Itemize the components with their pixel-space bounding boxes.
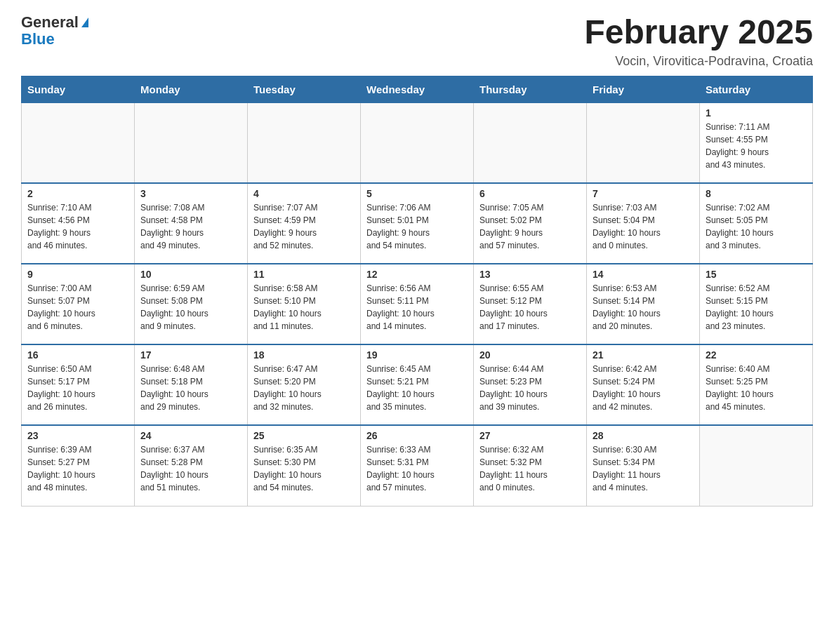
- day-number: 6: [479, 188, 581, 199]
- page-header: General Blue February 2025 Vocin, Virovi…: [21, 14, 813, 69]
- calendar-cell: 20Sunrise: 6:44 AM Sunset: 5:23 PM Dayli…: [474, 344, 587, 425]
- week-row-5: 23Sunrise: 6:39 AM Sunset: 5:27 PM Dayli…: [22, 425, 813, 506]
- weekday-header-friday: Friday: [587, 76, 700, 102]
- day-info: Sunrise: 6:32 AM Sunset: 5:32 PM Dayligh…: [479, 443, 581, 494]
- day-number: 18: [253, 349, 355, 361]
- calendar-cell: 27Sunrise: 6:32 AM Sunset: 5:32 PM Dayli…: [474, 425, 587, 506]
- day-number: 12: [366, 269, 468, 280]
- day-number: 11: [253, 269, 355, 280]
- day-info: Sunrise: 6:45 AM Sunset: 5:21 PM Dayligh…: [366, 363, 468, 413]
- day-number: 28: [593, 430, 694, 441]
- calendar-cell: 9Sunrise: 7:00 AM Sunset: 5:07 PM Daylig…: [22, 264, 135, 344]
- week-row-2: 2Sunrise: 7:10 AM Sunset: 4:56 PM Daylig…: [22, 183, 813, 264]
- day-info: Sunrise: 6:50 AM Sunset: 5:17 PM Dayligh…: [27, 363, 128, 413]
- day-info: Sunrise: 6:37 AM Sunset: 5:28 PM Dayligh…: [140, 443, 241, 494]
- day-info: Sunrise: 6:47 AM Sunset: 5:20 PM Dayligh…: [253, 363, 355, 413]
- day-number: 8: [706, 188, 807, 199]
- calendar-cell: [700, 425, 813, 506]
- calendar-cell: 24Sunrise: 6:37 AM Sunset: 5:28 PM Dayli…: [135, 425, 248, 506]
- week-row-3: 9Sunrise: 7:00 AM Sunset: 5:07 PM Daylig…: [22, 264, 813, 344]
- day-number: 16: [27, 349, 128, 361]
- day-number: 14: [593, 269, 694, 280]
- location-subtitle: Vocin, Virovitica-Podravina, Croatia: [584, 54, 813, 69]
- day-number: 25: [253, 430, 355, 441]
- calendar-cell: 26Sunrise: 6:33 AM Sunset: 5:31 PM Dayli…: [361, 425, 474, 506]
- calendar-cell: 14Sunrise: 6:53 AM Sunset: 5:14 PM Dayli…: [587, 264, 700, 344]
- day-info: Sunrise: 7:10 AM Sunset: 4:56 PM Dayligh…: [27, 201, 128, 252]
- day-info: Sunrise: 6:39 AM Sunset: 5:27 PM Dayligh…: [27, 443, 128, 494]
- logo-triangle-icon: [81, 18, 88, 27]
- day-number: 4: [253, 188, 355, 199]
- day-info: Sunrise: 6:44 AM Sunset: 5:23 PM Dayligh…: [479, 363, 581, 413]
- weekday-header-sunday: Sunday: [22, 76, 135, 102]
- calendar-cell: [22, 102, 135, 183]
- day-info: Sunrise: 6:56 AM Sunset: 5:11 PM Dayligh…: [366, 282, 468, 333]
- day-number: 22: [706, 349, 807, 361]
- day-info: Sunrise: 6:42 AM Sunset: 5:24 PM Dayligh…: [593, 363, 694, 413]
- calendar-cell: [361, 102, 474, 183]
- day-info: Sunrise: 7:00 AM Sunset: 5:07 PM Dayligh…: [27, 282, 128, 333]
- day-info: Sunrise: 6:33 AM Sunset: 5:31 PM Dayligh…: [366, 443, 468, 494]
- calendar-cell: 15Sunrise: 6:52 AM Sunset: 5:15 PM Dayli…: [700, 264, 813, 344]
- weekday-header-wednesday: Wednesday: [361, 76, 474, 102]
- day-info: Sunrise: 7:03 AM Sunset: 5:04 PM Dayligh…: [593, 201, 694, 252]
- day-number: 26: [366, 430, 468, 441]
- logo: General Blue: [21, 14, 88, 48]
- calendar-cell: 2Sunrise: 7:10 AM Sunset: 4:56 PM Daylig…: [22, 183, 135, 264]
- day-number: 15: [706, 269, 807, 280]
- day-number: 21: [593, 349, 694, 361]
- day-number: 19: [366, 349, 468, 361]
- day-info: Sunrise: 6:35 AM Sunset: 5:30 PM Dayligh…: [253, 443, 355, 494]
- calendar-cell: [248, 102, 361, 183]
- title-section: February 2025 Vocin, Virovitica-Podravin…: [584, 14, 813, 69]
- week-row-4: 16Sunrise: 6:50 AM Sunset: 5:17 PM Dayli…: [22, 344, 813, 425]
- weekday-header-tuesday: Tuesday: [248, 76, 361, 102]
- day-number: 17: [140, 349, 241, 361]
- calendar-cell: 25Sunrise: 6:35 AM Sunset: 5:30 PM Dayli…: [248, 425, 361, 506]
- day-number: 24: [140, 430, 241, 441]
- calendar-cell: 1Sunrise: 7:11 AM Sunset: 4:55 PM Daylig…: [700, 102, 813, 183]
- calendar-cell: 12Sunrise: 6:56 AM Sunset: 5:11 PM Dayli…: [361, 264, 474, 344]
- weekday-header-monday: Monday: [135, 76, 248, 102]
- calendar-cell: 16Sunrise: 6:50 AM Sunset: 5:17 PM Dayli…: [22, 344, 135, 425]
- day-info: Sunrise: 7:07 AM Sunset: 4:59 PM Dayligh…: [253, 201, 355, 252]
- calendar-cell: 13Sunrise: 6:55 AM Sunset: 5:12 PM Dayli…: [474, 264, 587, 344]
- calendar-cell: [474, 102, 587, 183]
- calendar-table: SundayMondayTuesdayWednesdayThursdayFrid…: [21, 76, 813, 507]
- day-number: 2: [27, 188, 128, 199]
- day-number: 13: [479, 269, 581, 280]
- day-info: Sunrise: 6:40 AM Sunset: 5:25 PM Dayligh…: [706, 363, 807, 413]
- day-number: 27: [479, 430, 581, 441]
- logo-general-text: General: [21, 14, 79, 31]
- day-info: Sunrise: 7:08 AM Sunset: 4:58 PM Dayligh…: [140, 201, 241, 252]
- day-number: 20: [479, 349, 581, 361]
- day-number: 1: [706, 107, 807, 119]
- calendar-cell: 6Sunrise: 7:05 AM Sunset: 5:02 PM Daylig…: [474, 183, 587, 264]
- day-number: 5: [366, 188, 468, 199]
- weekday-header-saturday: Saturday: [700, 76, 813, 102]
- day-info: Sunrise: 6:53 AM Sunset: 5:14 PM Dayligh…: [593, 282, 694, 333]
- weekday-header-row: SundayMondayTuesdayWednesdayThursdayFrid…: [22, 76, 813, 102]
- calendar-cell: 7Sunrise: 7:03 AM Sunset: 5:04 PM Daylig…: [587, 183, 700, 264]
- calendar-cell: 23Sunrise: 6:39 AM Sunset: 5:27 PM Dayli…: [22, 425, 135, 506]
- day-info: Sunrise: 6:55 AM Sunset: 5:12 PM Dayligh…: [479, 282, 581, 333]
- weekday-header-thursday: Thursday: [474, 76, 587, 102]
- calendar-cell: 28Sunrise: 6:30 AM Sunset: 5:34 PM Dayli…: [587, 425, 700, 506]
- day-info: Sunrise: 6:59 AM Sunset: 5:08 PM Dayligh…: [140, 282, 241, 333]
- day-number: 7: [593, 188, 694, 199]
- day-info: Sunrise: 7:02 AM Sunset: 5:05 PM Dayligh…: [706, 201, 807, 252]
- day-number: 9: [27, 269, 128, 280]
- calendar-cell: [135, 102, 248, 183]
- month-title: February 2025: [584, 14, 813, 51]
- day-info: Sunrise: 7:11 AM Sunset: 4:55 PM Dayligh…: [706, 121, 807, 171]
- week-row-1: 1Sunrise: 7:11 AM Sunset: 4:55 PM Daylig…: [22, 102, 813, 183]
- calendar-cell: [587, 102, 700, 183]
- calendar-cell: 11Sunrise: 6:58 AM Sunset: 5:10 PM Dayli…: [248, 264, 361, 344]
- day-info: Sunrise: 7:06 AM Sunset: 5:01 PM Dayligh…: [366, 201, 468, 252]
- calendar-cell: 22Sunrise: 6:40 AM Sunset: 5:25 PM Dayli…: [700, 344, 813, 425]
- calendar-cell: 8Sunrise: 7:02 AM Sunset: 5:05 PM Daylig…: [700, 183, 813, 264]
- calendar-cell: 21Sunrise: 6:42 AM Sunset: 5:24 PM Dayli…: [587, 344, 700, 425]
- day-number: 23: [27, 430, 128, 441]
- day-info: Sunrise: 6:52 AM Sunset: 5:15 PM Dayligh…: [706, 282, 807, 333]
- calendar-cell: 10Sunrise: 6:59 AM Sunset: 5:08 PM Dayli…: [135, 264, 248, 344]
